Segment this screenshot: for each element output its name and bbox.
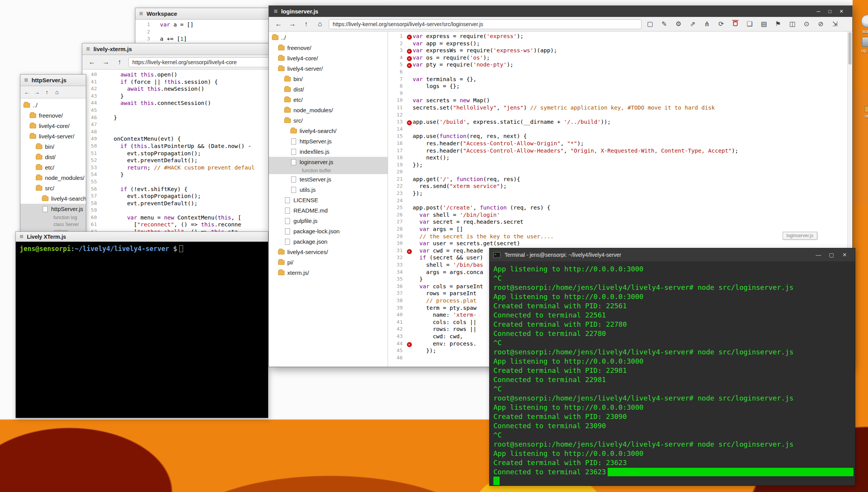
forward-button[interactable]: →	[287, 20, 297, 28]
tree-item[interactable]: freenove/	[269, 43, 388, 53]
tree-item[interactable]: lively4-core/	[20, 121, 86, 131]
code-line[interactable]: 10var secrets = new Map()	[388, 97, 852, 104]
up-button[interactable]: ↑	[43, 89, 50, 95]
code-line[interactable]: 17 res.header("Access-Control-Allow-Head…	[388, 147, 852, 155]
up-button[interactable]: ↑	[115, 58, 125, 66]
tree-item[interactable]: bin/	[269, 74, 388, 84]
tree-item[interactable]: LICENSE	[269, 195, 388, 205]
code-line[interactable]: 14	[388, 126, 852, 133]
home-button[interactable]: ⌂	[53, 89, 60, 95]
terminal-screen[interactable]: jens@sensorpi:~/lively4/lively4-server $	[16, 242, 268, 418]
desktop-icon[interactable]: wase	[855, 15, 868, 34]
httpserver-titlebar[interactable]: ≡ httpServer.js	[20, 75, 86, 86]
tree-item[interactable]: lively4-server/	[20, 131, 86, 141]
tree-item[interactable]: node_modules/	[269, 105, 388, 115]
loginserver-titlebar[interactable]: ≡ loginserver.js ─ □ ✕	[269, 6, 852, 17]
code-line[interactable]: 5✕var pty = require('node-pty');	[388, 61, 852, 68]
tree-item[interactable]: node_modules/	[20, 173, 86, 183]
flag-icon[interactable]: ⚑	[773, 20, 783, 28]
tree-item[interactable]: package.json	[269, 236, 388, 247]
terminal-screen[interactable]: App listening to http://0.0.0.0:3000^Cro…	[490, 261, 855, 486]
tree-sub-item[interactable]: function buffer	[269, 167, 388, 174]
tree-item[interactable]: package-lock.json	[269, 226, 388, 236]
code-line[interactable]: 16 res.header("Access-Control-Allow-Orig…	[388, 140, 852, 147]
tree-sub-item[interactable]: function log	[20, 214, 86, 221]
tree-item[interactable]: lively4-search	[20, 193, 86, 204]
tree-item[interactable]: indexfiles.js	[269, 146, 388, 157]
forward-button[interactable]: →	[33, 89, 40, 95]
tree-item[interactable]: etc/	[20, 162, 86, 173]
code-line[interactable]: 22 res.send("xterm service");	[388, 183, 852, 190]
desktop-icon[interactable]: ong	[856, 106, 868, 119]
menu-icon[interactable]: ≡	[274, 8, 278, 15]
brush-icon[interactable]: ✎	[660, 20, 669, 28]
terminal-titlebar[interactable]: Terminal - jens@sensorpi: ~/lively4/live…	[490, 248, 855, 261]
tree-item[interactable]: lively4-core/	[269, 53, 388, 63]
code-line[interactable]: 3✕var expressWs = require('express-ws')(…	[388, 47, 852, 54]
code-line[interactable]: 21app.get('/', function(req, res){	[388, 176, 852, 183]
menu-icon[interactable]: ≡	[24, 76, 28, 84]
tree-item[interactable]: dist/	[269, 84, 388, 95]
tree-item[interactable]: freenove/	[20, 110, 86, 121]
code-line[interactable]: 1✕var express = require('express');	[388, 33, 852, 40]
tree-item[interactable]: src/	[20, 183, 86, 193]
tree-item[interactable]: gulpfile.js	[269, 216, 388, 226]
code-line[interactable]: 23});	[388, 190, 852, 197]
tree-item[interactable]: httpServer.js	[20, 204, 86, 214]
tree-item[interactable]: lively4-search/	[269, 126, 388, 136]
tree-item[interactable]: testServer.js	[269, 174, 388, 184]
tree-sub-item[interactable]: class Server	[20, 221, 86, 228]
code-line[interactable]: 13✕app.use('/build', express.static(__di…	[388, 118, 852, 126]
code-line[interactable]: 19});	[388, 161, 852, 169]
close-button[interactable]: ✕	[836, 8, 847, 14]
tree-item[interactable]: etc/	[269, 95, 388, 105]
tree-item[interactable]: bin/	[20, 141, 86, 152]
lively-xterm-terminal-titlebar[interactable]: ≡ Lively XTerm.js	[16, 232, 268, 242]
back-button[interactable]: ←	[23, 89, 30, 95]
code-line[interactable]: 30 var user = secrets.get(secret)	[388, 240, 852, 247]
minimize-button[interactable]: —	[812, 252, 825, 258]
tree-item[interactable]: README.md	[269, 205, 388, 216]
menu-icon[interactable]: ≡	[20, 233, 23, 241]
code-line[interactable]: 20	[388, 168, 852, 176]
maximize-button[interactable]: □	[824, 8, 836, 14]
code-line[interactable]: 6	[388, 68, 852, 76]
home-button[interactable]: ⌂	[315, 20, 325, 28]
code-line[interactable]: 12	[388, 111, 852, 119]
tree-item[interactable]: pi/	[269, 257, 388, 268]
tree-item[interactable]: lively4-server/	[269, 63, 388, 74]
fullscreen-icon[interactable]: ⇲	[830, 20, 840, 28]
folder-icon[interactable]: ▤	[759, 20, 768, 28]
url-input[interactable]	[329, 19, 641, 29]
menu-icon[interactable]: ≡	[86, 45, 90, 53]
tree-item[interactable]: ../	[20, 100, 86, 110]
open-external-icon[interactable]: ⇗	[688, 20, 697, 28]
trash-icon[interactable]	[731, 20, 740, 28]
code-line[interactable]: 18 next();	[388, 154, 852, 161]
new-file-icon[interactable]: ❏	[745, 20, 754, 28]
code-line[interactable]: 8 logs = {};	[388, 83, 852, 90]
tree-item[interactable]: xterm.js/	[269, 268, 388, 278]
tree-item[interactable]: lively4-services/	[269, 247, 388, 257]
scrollbar-thumb[interactable]	[848, 32, 851, 65]
maximize-button[interactable]: ▢	[825, 252, 838, 258]
code-line[interactable]: 9	[388, 90, 852, 97]
code-line[interactable]: 15app.use(function(req, res, next) {	[388, 133, 852, 140]
forward-button[interactable]: →	[101, 58, 111, 66]
tree-item[interactable]: dist/	[20, 152, 86, 162]
up-button[interactable]: ↑	[301, 20, 311, 28]
tree-item[interactable]: ../	[269, 32, 388, 43]
tree-item[interactable]: loginserver.js	[269, 157, 388, 167]
code-line[interactable]: 4✕var os = require('os');	[388, 54, 852, 62]
tree-item[interactable]: src/	[269, 115, 388, 126]
refresh-icon[interactable]: ⟳	[716, 20, 726, 28]
tree-item[interactable]: httpServer.js	[269, 136, 388, 146]
code-line[interactable]: 25app.post('/create', function (req, res…	[388, 204, 852, 211]
close-button[interactable]: ✕	[838, 252, 851, 258]
desktop-icon[interactable]: up dat	[855, 37, 868, 53]
code-line[interactable]: 2var app = express();	[388, 40, 852, 47]
graph-icon[interactable]: ⋔	[702, 20, 711, 28]
checkbox-icon[interactable]: ▢	[645, 20, 655, 28]
cancel-icon[interactable]: ⊘	[816, 20, 825, 28]
code-line[interactable]: 27 var secret = req.headers.secret	[388, 218, 852, 226]
